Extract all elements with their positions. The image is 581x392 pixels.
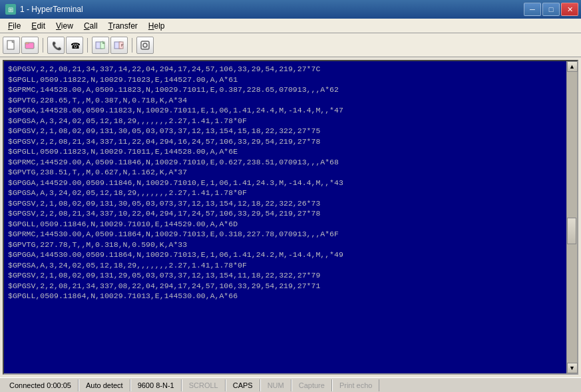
toolbar-separator-3 <box>132 38 132 53</box>
status-print-echo: Print echo <box>332 379 380 391</box>
maximize-button[interactable]: □ <box>542 3 560 16</box>
window-title: 1 - HyperTerminal <box>20 5 83 14</box>
terminal-wrapper: $GPGSV,2,2,08,21,34,337,14,22,04,294,17,… <box>3 60 578 375</box>
title-bar: ⊞ 1 - HyperTerminal ─ □ ✕ <box>0 0 581 19</box>
menu-view[interactable]: View <box>51 19 79 33</box>
menu-edit-label: Edit <box>31 21 45 31</box>
send-button[interactable] <box>92 37 109 54</box>
status-bar: Connected 0:00:05 Auto detect 9600 8-N-1… <box>0 377 581 392</box>
receive-button[interactable] <box>110 37 128 54</box>
menu-file-label: File <box>8 21 21 31</box>
open-button[interactable] <box>21 37 39 54</box>
status-caps: CAPS <box>226 379 260 391</box>
scrollbar-down-button[interactable]: ▼ <box>567 363 578 373</box>
terminal-output[interactable]: $GPGSV,2,2,08,21,34,337,14,22,04,294,17,… <box>4 61 566 373</box>
menu-call[interactable]: Call <box>79 19 103 33</box>
menu-help[interactable]: Help <box>143 19 170 33</box>
menu-bar: File Edit View Call Transfer Help <box>0 19 581 33</box>
menu-file[interactable]: File <box>3 19 26 33</box>
svg-text:📞: 📞 <box>52 41 61 51</box>
scrollbar-thumb[interactable] <box>567 218 576 244</box>
app-window: ⊞ 1 - HyperTerminal ─ □ ✕ File Edit View… <box>0 0 581 392</box>
hangup-button[interactable]: ☎ <box>66 37 83 54</box>
svg-rect-12 <box>141 41 149 49</box>
status-connected: Connected 0:00:05 <box>3 379 79 391</box>
menu-transfer-label: Transfer <box>108 21 138 31</box>
svg-text:☎: ☎ <box>71 41 80 51</box>
menu-help-label: Help <box>148 21 165 31</box>
app-icon: ⊞ <box>5 4 16 15</box>
toolbar: 📞 ☎ <box>0 33 581 57</box>
status-baud: 9600 8-N-1 <box>130 379 182 391</box>
toolbar-separator-1 <box>43 38 43 53</box>
minimize-button[interactable]: ─ <box>524 3 541 16</box>
title-bar-left: ⊞ 1 - HyperTerminal <box>5 4 83 15</box>
status-scroll: SCROLL <box>182 379 226 391</box>
menu-edit[interactable]: Edit <box>26 19 51 33</box>
main-area: $GPGSV,2,2,08,21,34,337,14,22,04,294,17,… <box>0 57 581 377</box>
properties-button[interactable] <box>136 37 154 54</box>
new-button[interactable] <box>3 37 20 54</box>
scrollbar-track[interactable] <box>567 72 577 363</box>
toolbar-separator-2 <box>87 38 88 53</box>
scrollbar[interactable]: ▲ ▼ <box>566 61 577 373</box>
svg-point-13 <box>143 43 147 47</box>
close-button[interactable]: ✕ <box>561 3 578 16</box>
scrollbar-up-button[interactable]: ▲ <box>567 61 578 72</box>
status-auto-detect: Auto detect <box>79 379 130 391</box>
menu-view-label: View <box>56 21 73 31</box>
menu-call-label: Call <box>84 21 98 31</box>
menu-transfer[interactable]: Transfer <box>103 19 143 33</box>
status-capture: Capture <box>291 379 332 391</box>
status-num: NUM <box>260 379 291 391</box>
title-controls: ─ □ ✕ <box>524 3 578 16</box>
dial-button[interactable]: 📞 <box>47 37 65 54</box>
svg-rect-3 <box>25 43 29 44</box>
